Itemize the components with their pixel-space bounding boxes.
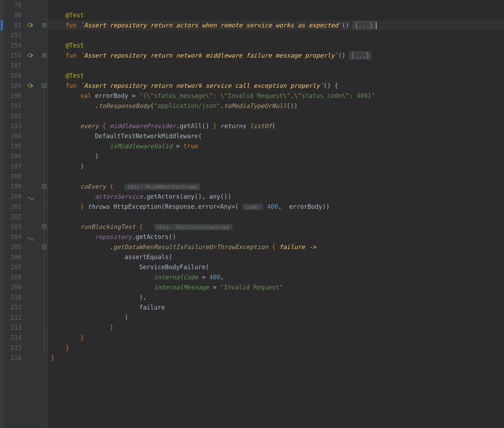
suspend-call-icon: [27, 194, 34, 199]
folded-region[interactable]: {...}: [349, 51, 371, 59]
code-line[interactable]: ): [48, 161, 504, 171]
left-marker-strip: [0, 0, 4, 428]
line-number[interactable]: 79: [4, 0, 22, 10]
line-number[interactable]: 202: [4, 212, 22, 222]
line-number[interactable]: 155: [4, 50, 22, 60]
code-line[interactable]: isMiddlewareValid = true: [48, 141, 504, 151]
line-number[interactable]: 199: [4, 181, 22, 192]
fold-guide: [44, 88, 44, 353]
line-number[interactable]: 207: [4, 262, 22, 272]
line-number[interactable]: 204: [4, 232, 22, 242]
line-number[interactable]: 192: [4, 111, 22, 121]
code-line[interactable]: val errorBody = "{\"status_message\": \"…: [48, 91, 504, 101]
code-line[interactable]: [48, 111, 504, 121]
line-number[interactable]: 188: [4, 71, 22, 81]
code-line[interactable]: internalCode = 400,: [48, 272, 504, 282]
line-number-gutter[interactable]: 7980811531541551871881891901911921931941…: [4, 0, 25, 428]
code-line[interactable]: assertEquals(: [48, 252, 504, 262]
line-number[interactable]: 193: [4, 121, 22, 131]
text-caret: [376, 22, 377, 29]
line-number[interactable]: 216: [4, 353, 22, 363]
fold-collapse-icon[interactable]: −: [42, 225, 46, 229]
code-line[interactable]: .toResponseBody("application/json".toMed…: [48, 101, 504, 111]
line-number[interactable]: 210: [4, 292, 22, 302]
line-number[interactable]: 208: [4, 272, 22, 282]
fold-gutter[interactable]: + + − − − −: [41, 0, 48, 428]
code-line[interactable]: DefaultTestNetworkMiddleware(: [48, 131, 504, 141]
line-number[interactable]: 80: [4, 10, 22, 20]
line-number[interactable]: 196: [4, 151, 22, 161]
line-number[interactable]: 153: [4, 30, 22, 40]
inlay-hint: this: TestCoroutineScope: [154, 224, 233, 230]
code-line[interactable]: }: [48, 353, 504, 363]
fold-end-icon: [44, 358, 46, 359]
line-number[interactable]: 206: [4, 252, 22, 262]
line-number[interactable]: 203: [4, 222, 22, 232]
line-number[interactable]: 200: [4, 192, 22, 202]
line-number[interactable]: 195: [4, 141, 22, 151]
line-number[interactable]: 214: [4, 333, 22, 343]
folded-region[interactable]: {...}: [353, 21, 375, 29]
fold-collapse-icon[interactable]: −: [42, 245, 46, 249]
code-line[interactable]: fun `Assert repository return network mi…: [48, 50, 504, 60]
code-line[interactable]: }: [48, 323, 504, 333]
selection-mark: [1, 20, 3, 30]
code-line[interactable]: }: [48, 343, 504, 353]
code-line[interactable]: ): [48, 312, 504, 323]
line-number[interactable]: 154: [4, 40, 22, 50]
code-line[interactable]: runBlockingTest { this: TestCoroutineSco…: [48, 222, 504, 232]
fold-end-icon: [44, 348, 46, 348]
code-line[interactable]: @Test: [48, 40, 504, 50]
line-number[interactable]: 194: [4, 131, 22, 141]
fold-collapse-icon[interactable]: −: [42, 184, 46, 189]
code-line[interactable]: [48, 171, 504, 181]
fold-end-icon: [44, 328, 46, 328]
code-line[interactable]: actorsService.getActors(any(), any()): [48, 192, 504, 202]
line-number[interactable]: 187: [4, 60, 22, 71]
code-line[interactable]: [48, 0, 504, 10]
code-line[interactable]: [48, 212, 504, 222]
fold-collapse-icon[interactable]: −: [42, 84, 46, 88]
code-line[interactable]: ServiceBodyFailure(: [48, 262, 504, 272]
code-line[interactable]: coEvery { this: MockKMatcherScope: [48, 181, 504, 192]
line-number[interactable]: 191: [4, 101, 22, 111]
override-marker-icon[interactable]: [27, 53, 33, 58]
code-line[interactable]: failure: [48, 302, 504, 312]
code-line[interactable]: every { middlewareProvider.getAll() } re…: [48, 121, 504, 131]
code-line[interactable]: repository.getActors(): [48, 232, 504, 242]
code-line[interactable]: @Test: [48, 71, 504, 81]
line-number[interactable]: 215: [4, 343, 22, 353]
line-number[interactable]: 211: [4, 302, 22, 312]
code-line[interactable]: fun `Assert repository return actors whe…: [48, 20, 504, 30]
code-line[interactable]: }: [48, 333, 504, 343]
line-number[interactable]: 209: [4, 282, 22, 292]
code-line[interactable]: ),: [48, 292, 504, 302]
fold-expand-icon[interactable]: +: [42, 23, 46, 27]
line-number[interactable]: 201: [4, 202, 22, 212]
override-marker-icon[interactable]: [27, 22, 33, 28]
line-number[interactable]: 81: [4, 20, 22, 30]
annotation: @Test: [66, 72, 84, 79]
suspend-call-icon: [27, 234, 34, 239]
code-editor[interactable]: 7980811531541551871881891901911921931941…: [0, 0, 504, 428]
code-line[interactable]: [48, 60, 504, 71]
code-line[interactable]: internalMessage = "Invalid Request": [48, 282, 504, 292]
fold-expand-icon[interactable]: +: [42, 53, 46, 58]
line-number[interactable]: 198: [4, 171, 22, 181]
inlay-hint: code:: [242, 204, 263, 210]
code-content[interactable]: @Test fun `Assert repository return acto…: [48, 0, 504, 428]
code-line[interactable]: [48, 30, 504, 40]
line-number[interactable]: 213: [4, 323, 22, 333]
code-line[interactable]: .getDataWhenResultIsFailureOrThrowExcept…: [48, 242, 504, 252]
line-number[interactable]: 205: [4, 242, 22, 252]
annotation: @Test: [66, 12, 84, 19]
override-marker-icon[interactable]: [27, 83, 33, 89]
code-line[interactable]: fun `Assert repository return network se…: [48, 81, 504, 91]
code-line[interactable]: } throws HttpException(Response.error<An…: [48, 202, 504, 212]
line-number[interactable]: 190: [4, 91, 22, 101]
line-number[interactable]: 212: [4, 312, 22, 323]
code-line[interactable]: ): [48, 151, 504, 161]
line-number[interactable]: 189: [4, 81, 22, 91]
line-number[interactable]: 197: [4, 161, 22, 171]
code-line[interactable]: @Test: [48, 10, 504, 20]
